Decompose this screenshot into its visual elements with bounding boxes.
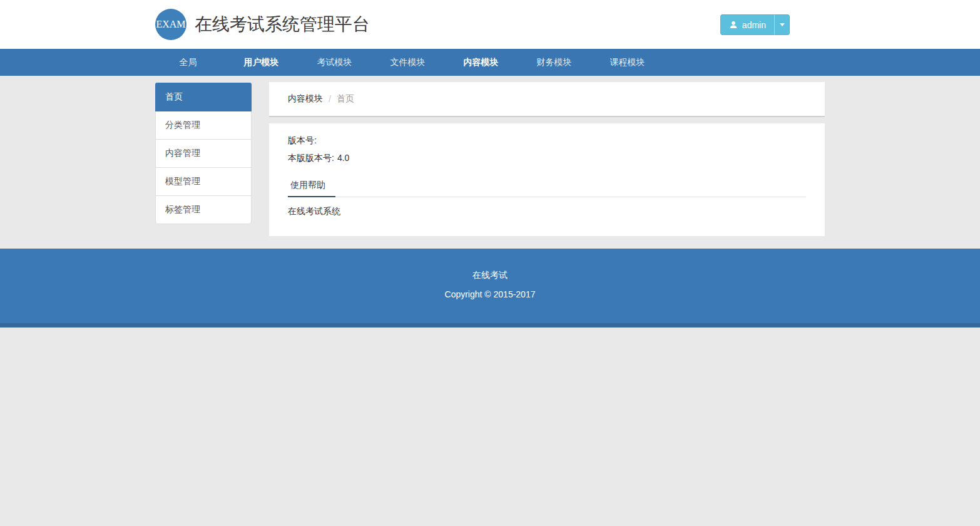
sidebar-item-category[interactable]: 分类管理 (156, 111, 251, 140)
content-panel: 版本号: 本版版本号:4.0 使用帮助 在线考试系统 (269, 123, 825, 236)
nav-item-global[interactable]: 全局 (151, 49, 225, 76)
sidebar: 首页 分类管理 内容管理 模型管理 标签管理 (155, 83, 252, 224)
site-header: EXAM 在线考试系统管理平台 admin (0, 0, 980, 49)
footer-copyright: Copyright © 2015-2017 (0, 289, 980, 299)
current-version-value: 4.0 (337, 153, 349, 163)
version-label: 版本号: (288, 135, 317, 145)
breadcrumb: 内容模块 / 首页 (269, 82, 825, 117)
user-dropdown-toggle[interactable] (774, 14, 790, 35)
sidebar-item-tag[interactable]: 标签管理 (156, 196, 251, 224)
nav-item-file-module[interactable]: 文件模块 (371, 49, 444, 76)
content-column: 内容模块 / 首页 版本号: 本版版本号:4.0 使用帮助 在线考试系统 (269, 82, 825, 236)
user-icon (729, 21, 738, 29)
help-text: 在线考试系统 (288, 206, 806, 217)
logo-text: EXAM (156, 19, 185, 30)
main-content-row: 首页 分类管理 内容管理 模型管理 标签管理 内容模块 / 首页 版本号: 本版… (155, 76, 825, 236)
sidebar-item-model[interactable]: 模型管理 (156, 168, 251, 196)
current-version-label: 本版版本号: (288, 153, 334, 163)
sidebar-item-content[interactable]: 内容管理 (156, 140, 251, 168)
user-button[interactable]: admin (720, 14, 774, 35)
help-tab-row: 使用帮助 (288, 179, 806, 197)
exam-logo-icon: EXAM (155, 9, 186, 40)
nav-item-course-module[interactable]: 课程模块 (591, 49, 664, 76)
breadcrumb-current-page: 首页 (337, 93, 354, 105)
sidebar-item-home[interactable]: 首页 (155, 83, 252, 111)
main-nav: 全局 用户模块 考试模块 文件模块 内容模块 财务模块 课程模块 (0, 49, 980, 76)
help-tab[interactable]: 使用帮助 (288, 180, 335, 197)
footer-site-name: 在线考试 (0, 270, 980, 281)
page: EXAM 在线考试系统管理平台 admin (0, 0, 980, 327)
current-version-line: 本版版本号:4.0 (288, 149, 806, 167)
nav-item-content-module[interactable]: 内容模块 (444, 49, 518, 76)
nav-item-user-module[interactable]: 用户模块 (225, 49, 298, 76)
nav-item-finance-module[interactable]: 财务模块 (518, 49, 591, 76)
main-nav-list: 全局 用户模块 考试模块 文件模块 内容模块 财务模块 课程模块 (151, 49, 825, 76)
brand[interactable]: EXAM 在线考试系统管理平台 (155, 9, 370, 40)
nav-item-exam-module[interactable]: 考试模块 (298, 49, 371, 76)
breadcrumb-module[interactable]: 内容模块 (288, 93, 323, 105)
version-label-line: 版本号: (288, 132, 806, 149)
breadcrumb-separator: / (329, 94, 331, 104)
user-menu: admin (720, 14, 790, 35)
page-title: 在线考试系统管理平台 (195, 13, 370, 36)
site-footer: 在线考试 Copyright © 2015-2017 (0, 249, 980, 327)
username-label: admin (742, 20, 766, 30)
caret-down-icon (780, 23, 785, 26)
